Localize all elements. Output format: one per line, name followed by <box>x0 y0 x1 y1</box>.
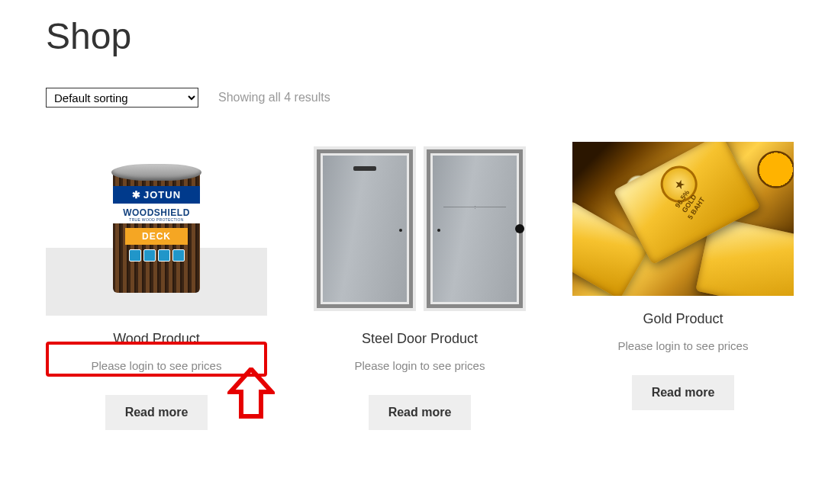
door-icon <box>424 146 526 311</box>
product-image: ✱ JOTUN WOODSHIELD TRUE WOOD PROTECTION … <box>46 142 267 316</box>
price-notice[interactable]: Please login to see prices <box>46 359 267 372</box>
sort-select[interactable]: Default sorting <box>46 88 198 108</box>
product-card[interactable]: ✱ JOTUN WOODSHIELD TRUE WOOD PROTECTION … <box>46 142 267 430</box>
product-variant: DECK <box>125 228 188 245</box>
feature-icons <box>113 249 200 262</box>
read-more-button[interactable]: Read more <box>105 395 208 430</box>
brand-glyph: ✱ <box>132 189 141 201</box>
product-title: Steel Door Product <box>309 331 530 347</box>
door-icon <box>314 146 416 311</box>
product-title: Gold Product <box>572 311 794 327</box>
product-line: WOODSHIELD <box>123 207 190 218</box>
product-image <box>309 142 530 316</box>
brand-text: JOTUN <box>143 189 181 201</box>
product-grid: ✱ JOTUN WOODSHIELD TRUE WOOD PROTECTION … <box>46 142 779 430</box>
price-notice[interactable]: Please login to see prices <box>572 339 794 352</box>
toolbar: Default sorting Showing all 4 results <box>46 88 779 108</box>
annotation-arrow-icon <box>227 368 275 422</box>
paint-can-icon: ✱ JOTUN WOODSHIELD TRUE WOOD PROTECTION … <box>111 164 201 294</box>
page-title: Shop <box>46 15 779 57</box>
read-more-button[interactable]: Read more <box>369 395 472 430</box>
door-knob-icon <box>515 224 524 233</box>
read-more-button[interactable]: Read more <box>632 375 735 410</box>
product-title: Wood Product <box>46 331 267 347</box>
results-count: Showing all 4 results <box>218 91 330 104</box>
product-image: ★ 96.5% GOLD 5 BAHT <box>572 142 794 296</box>
product-card[interactable]: ★ 96.5% GOLD 5 BAHT Gold Product Please … <box>572 142 794 410</box>
price-notice[interactable]: Please login to see prices <box>309 359 530 372</box>
product-card[interactable]: Steel Door Product Please login to see p… <box>309 142 530 430</box>
